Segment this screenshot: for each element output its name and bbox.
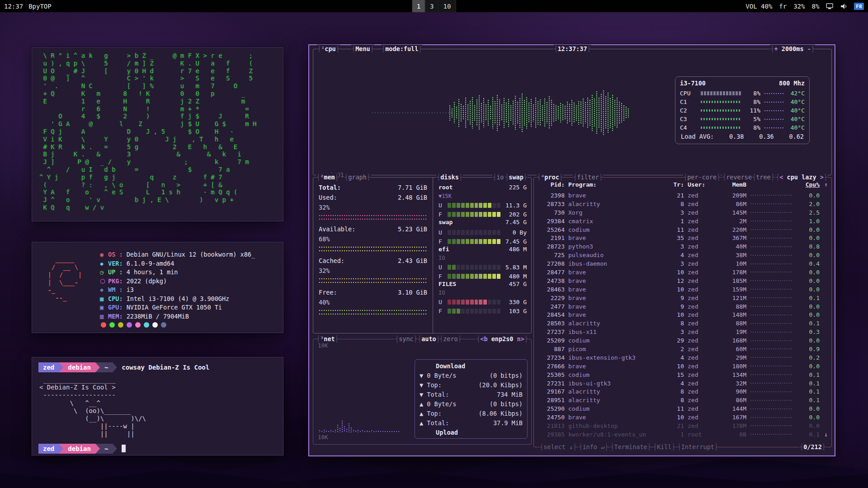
column-threads[interactable]: Tr: <box>669 181 684 188</box>
net-graph-column <box>371 430 373 432</box>
proc-action-terminate[interactable]: Terminate <box>610 443 651 451</box>
process-cpu: 0.0 <box>797 422 820 429</box>
column-program[interactable]: Program: <box>568 181 665 188</box>
mem-graph-button[interactable]: graph <box>344 173 371 182</box>
process-row[interactable]: 27231ibus-ui-gtk34zed32M0.1 <box>537 379 820 388</box>
process-memory: 90M <box>720 388 746 395</box>
cpu-graph-column <box>614 99 616 126</box>
net-prev-interface-button[interactable]: <b <box>480 335 487 343</box>
proc-action-interrupt[interactable]: Interrupt <box>677 443 718 451</box>
process-row[interactable]: 730Xorg3zed145M2.5 <box>537 208 820 217</box>
process-row[interactable]: 29385kworker/u8:1-events_un1root0B0.1 <box>537 430 820 439</box>
column-cpu[interactable]: Cpu% <box>797 181 820 188</box>
proc-tree-button[interactable]: tree <box>752 173 775 182</box>
process-row[interactable]: 21813github-desktop21zed178M0.0 <box>537 422 820 430</box>
mem-entry-value: 3.10 GiB <box>398 289 427 299</box>
workspace-1[interactable]: 1 <box>412 0 425 12</box>
process-row[interactable]: 28723python33zed40M0.8 <box>537 242 820 251</box>
cpu-graph-column <box>462 105 464 120</box>
net-next-interface-button[interactable]: n> <box>517 335 524 343</box>
net-zero-button[interactable]: zero <box>439 335 462 343</box>
prompt-line-2[interactable]: zeddebian~ <box>38 444 277 454</box>
cpu-graph-column <box>548 96 550 129</box>
process-row[interactable]: 28477brave10zed178M0.0 <box>537 268 820 277</box>
prompt-arrow <box>113 444 117 454</box>
disk-meter-key: F <box>439 273 445 280</box>
process-row[interactable]: 24738brave12zed185M0.0 <box>537 277 820 285</box>
disks-swap-button[interactable]: swap <box>505 173 528 182</box>
process-row[interactable]: 25305codium15zed134M0.1 <box>537 371 820 379</box>
process-row[interactable]: 2191brave35zed367M0.0 <box>537 234 820 242</box>
process-row[interactable]: 2477brave9zed88M0.0 <box>537 302 820 311</box>
disk-name-row: efi486 M <box>439 246 527 255</box>
workspace-10[interactable]: 10 <box>439 0 456 12</box>
net-graph-column <box>391 431 393 432</box>
process-row[interactable]: 24750brave10zed167M0.0 <box>537 413 820 422</box>
net-graph-column <box>373 431 375 432</box>
process-row[interactable]: 2398brave21zed209M0.0 <box>537 191 820 200</box>
process-threads: 3 <box>669 243 684 250</box>
scroll-down-icon[interactable]: ↓ <box>824 431 828 438</box>
process-row[interactable]: 25290codium11zed144M0.0 <box>537 404 820 413</box>
disk-meter-value: 0 By <box>503 229 527 236</box>
core-temperature: 40°C <box>784 124 805 131</box>
fetch-value: 2022 (dpkg) <box>127 277 167 285</box>
column-user[interactable]: User: <box>688 181 717 188</box>
net-sync-button[interactable]: sync <box>395 335 418 343</box>
speaker-icon[interactable] <box>840 3 847 9</box>
column-memory[interactable]: MemB <box>720 181 746 188</box>
net-graph-column <box>377 430 379 432</box>
process-row[interactable]: 27666brave10zed180M0.0 <box>537 362 820 371</box>
sort-label: cpu lazy <box>783 173 820 182</box>
menu-button[interactable]: Menu <box>351 45 374 53</box>
interval-minus-button[interactable]: - <box>807 45 811 53</box>
proc-action-kill[interactable]: Kill <box>653 443 676 451</box>
keyboard-layout-badge[interactable]: FR <box>854 3 864 10</box>
column-pid[interactable]: Pid: <box>537 181 565 188</box>
process-mem-graph <box>750 262 793 266</box>
net-auto-button[interactable]: auto <box>417 335 440 343</box>
process-row[interactable]: 27234ibus-extension-gtk34zed29M0.2 <box>537 353 820 362</box>
net-graph-column <box>364 431 366 432</box>
scroll-up-icon[interactable]: ↑ <box>824 181 828 188</box>
cpu-graph-column <box>607 92 609 133</box>
process-row[interactable]: 28463brave10zed159M0.0 <box>537 285 820 294</box>
net-box-title: ³net <box>316 335 339 343</box>
process-row[interactable]: 725pulseaudio4zed38M0.0 <box>537 251 820 259</box>
sort-prev-button[interactable]: < <box>779 173 783 182</box>
process-row[interactable]: 28454brave10zed148M0.0 <box>537 310 820 319</box>
mem-entry-meter <box>319 213 427 221</box>
disk-meter-value: 5.83 M <box>503 264 527 271</box>
process-threads: 10 <box>669 269 684 276</box>
process-row[interactable]: 28951alacritty8zed86M0.1 <box>537 396 820 404</box>
process-row[interactable]: 27208ibus-daemon3zed10M0.4 <box>537 259 820 268</box>
process-row[interactable]: 25209codium29zed168M0.0 <box>537 336 820 345</box>
cowsay-output: ___________________ < Debian-Z Is Cool >… <box>39 376 277 438</box>
process-cpu: 0.0 <box>797 269 820 276</box>
proc-per-core-button[interactable]: per-core <box>683 173 721 182</box>
cpu-graph-column <box>603 90 604 136</box>
process-row[interactable]: 2229brave9zed121M0.1 <box>537 294 820 302</box>
process-program: ibus-extension-gtk3 <box>568 354 665 361</box>
workspace-3[interactable]: 3 <box>425 0 439 12</box>
process-row[interactable]: 29167alacritty8zed90M0.1 <box>537 387 820 396</box>
mode-button[interactable]: mode:full <box>381 45 422 53</box>
process-program: github-desktop <box>568 422 665 429</box>
interval-plus-button[interactable]: + <box>774 45 778 53</box>
terminal-cursor[interactable] <box>122 445 126 452</box>
process-row[interactable]: 25264codium11zed220M0.0 <box>537 225 820 234</box>
cpu-graph-column <box>580 101 582 124</box>
process-row[interactable]: 29384cmatrix1zed2M1.0 <box>537 217 820 225</box>
process-row[interactable]: 27237ibus-x113zed19M0.3 <box>537 328 820 336</box>
process-row[interactable]: 887picom2zed60M0.9 <box>537 345 820 353</box>
process-pid: 28454 <box>537 311 565 318</box>
proc-action-info[interactable]: info ↵ <box>578 443 609 451</box>
process-row[interactable]: 28503alacritty8zed88M0.1 <box>537 319 820 328</box>
sort-next-button[interactable]: > <box>820 173 824 182</box>
mem-entry-label: Available: <box>319 225 355 235</box>
proc-filter-button[interactable]: filter <box>573 173 603 182</box>
proc-reverse-button[interactable]: reverse <box>722 173 756 182</box>
process-row[interactable]: 28733alacritty8zed86M2.0 <box>537 200 820 208</box>
process-cpu: 0.0 <box>797 363 820 370</box>
proc-action-select[interactable]: select ↓ <box>539 443 577 451</box>
